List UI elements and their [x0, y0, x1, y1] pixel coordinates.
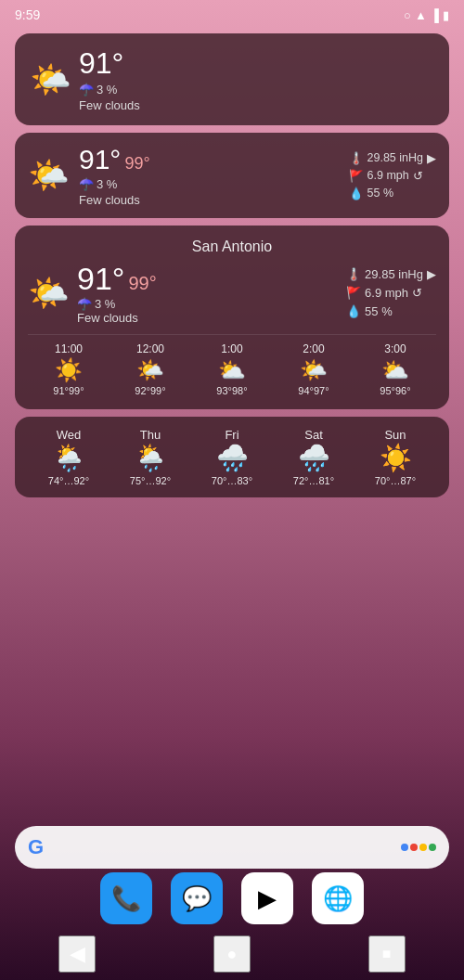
- day-temps-sun: 70°…87°: [375, 475, 416, 486]
- recents-button[interactable]: ■: [368, 935, 406, 973]
- widget3-wind-row: 🚩 6.9 mph ↺: [346, 286, 436, 300]
- battery-icon: ▮: [443, 8, 449, 22]
- widget3-temp-row: 91° 99°: [77, 261, 157, 297]
- hour-time-3: 2:00: [303, 342, 324, 355]
- widget2-pressure-row: 🌡️ 29.85 inHg ▶: [349, 151, 436, 165]
- day-temps-thu: 75°…92°: [130, 475, 171, 486]
- hour-item-1: 12:00 🌤️ 92°99°: [135, 342, 165, 396]
- wind-arrow-icon-3: ↺: [412, 286, 422, 300]
- widget2-wind: 6.9 mph: [367, 169, 409, 182]
- back-icon: ◀: [70, 942, 85, 966]
- google-icon: G: [28, 835, 44, 859]
- widget2-temp-hi: 91°: [79, 144, 121, 175]
- widget2-left: 91° 99° ☂️ 3 % Few clouds: [79, 144, 150, 207]
- drop-icon-2: 💧: [349, 187, 364, 200]
- signal-icon: ▐: [431, 8, 439, 22]
- arrow-right-icon-2: ▶: [427, 151, 436, 165]
- chrome-app-icon[interactable]: 🌐: [312, 872, 364, 924]
- day-temps-wed: 74°…92°: [48, 475, 89, 486]
- hour-time-0: 11:00: [55, 342, 83, 355]
- day-item-thu: Thu 🌦️ 75°…92°: [130, 428, 171, 486]
- sun-cloud-icon-2: 🌤️: [28, 156, 70, 194]
- hour-time-4: 3:00: [384, 342, 406, 355]
- day-name-fri: Fri: [225, 428, 238, 442]
- hour-temps-4: 95°96°: [380, 385, 410, 396]
- widget2-temp-lo: 99°: [124, 154, 149, 174]
- phone-app-icon[interactable]: 📞: [100, 872, 152, 924]
- widget2-condition: Few clouds: [79, 193, 150, 207]
- widget-medium[interactable]: 🌤️ 91° 99° ☂️ 3 % Few clouds 🌡️ 29.85 in…: [15, 133, 449, 218]
- home-button[interactable]: ●: [213, 935, 251, 973]
- nav-bar: ◀ ● ■: [0, 932, 464, 980]
- google-mic-dots: [401, 844, 436, 851]
- widget-large[interactable]: San Antonio 🌤️ 91° 99° ☂️ 3 % Few clouds…: [15, 226, 449, 409]
- messages-icon: 💬: [182, 884, 212, 913]
- day-name-sun: Sun: [384, 428, 406, 442]
- sun-cloud-icon-1: 🌤️: [30, 60, 71, 98]
- day-icon-fri: 🌧️: [216, 445, 249, 471]
- hour-temps-3: 94°97°: [298, 385, 329, 396]
- day-item-sun: Sun ☀️ 70°…87°: [375, 428, 416, 486]
- widget3-condition: Few clouds: [77, 311, 138, 325]
- widget2-wind-row: 🚩 6.9 mph ↺: [349, 169, 436, 183]
- hour-icon-3: 🌤️: [300, 359, 328, 381]
- widget1-details: 91° ☂️ 3 % Few clouds: [79, 46, 140, 112]
- wind-flag-icon-3: 🚩: [346, 286, 361, 300]
- widget3-humidity: 55 %: [365, 304, 393, 318]
- day-temps-sat: 72°…81°: [293, 475, 334, 486]
- widget2-pressure: 29.85 inHg: [367, 151, 423, 164]
- hourly-forecast: 11:00 ☀️ 91°99° 12:00 🌤️ 92°99° 1:00 ⛅ 9…: [28, 334, 436, 396]
- day-icon-wed: 🌦️: [53, 445, 85, 471]
- hour-temps-2: 93°98°: [216, 385, 247, 396]
- messages-app-icon[interactable]: 💬: [171, 872, 223, 924]
- widget3-main-weather: 91° 99° ☂️ 3 % Few clouds: [77, 261, 157, 325]
- widget1-condition: Few clouds: [79, 98, 140, 112]
- widget2-humidity-row: 💧 55 %: [349, 187, 436, 200]
- play-store-icon: ▶: [258, 884, 277, 913]
- daily-forecast-row: Wed 🌦️ 74°…92° Thu 🌦️ 75°…92° Fri 🌧️ 70°…: [28, 428, 436, 486]
- search-bar[interactable]: G: [15, 826, 449, 869]
- wind-flag-icon-2: 🚩: [349, 169, 364, 183]
- recents-icon: ■: [382, 946, 392, 962]
- day-item-wed: Wed 🌦️ 74°…92°: [48, 428, 89, 486]
- widget3-temp-hi: 91°: [77, 261, 124, 297]
- pressure-icon-2: 🌡️: [349, 151, 364, 165]
- app-dock: 📞 💬 ▶ 🌐: [100, 872, 364, 924]
- play-store-app-icon[interactable]: ▶: [241, 872, 293, 924]
- circle-icon: ○: [404, 8, 411, 22]
- hour-icon-4: ⛅: [381, 359, 409, 381]
- widget3-wind: 6.9 mph: [365, 286, 408, 300]
- widget-daily[interactable]: Wed 🌦️ 74°…92° Thu 🌦️ 75°…92° Fri 🌧️ 70°…: [15, 417, 449, 497]
- status-bar: 9:59 ○ ▲ ▐ ▮: [0, 0, 464, 26]
- widget3-precip: ☂️ 3 %: [77, 297, 115, 311]
- widget3-right-details: 🌡️ 29.85 inHg ▶ 🚩 6.9 mph ↺ 💧 55 %: [346, 267, 436, 318]
- umbrella-icon-2: ☂️: [79, 177, 94, 191]
- widget3-city: San Antonio: [28, 239, 436, 255]
- back-button[interactable]: ◀: [58, 935, 96, 973]
- hour-item-3: 2:00 🌤️ 94°97°: [298, 342, 329, 396]
- day-item-sat: Sat 🌧️ 72°…81°: [293, 428, 334, 486]
- widget2-temp-row: 91° 99°: [79, 144, 150, 175]
- umbrella-icon-1: ☂️: [79, 83, 94, 97]
- widget1-precip: ☂️ 3 %: [79, 83, 140, 97]
- widget-small[interactable]: 🌤️ 91° ☂️ 3 % Few clouds: [15, 33, 449, 125]
- sun-cloud-icon-3: 🌤️: [28, 277, 70, 310]
- phone-icon: 📞: [111, 884, 141, 913]
- widget3-top-row: 🌤️ 91° 99° ☂️ 3 % Few clouds 🌡️ 29.85 in…: [28, 261, 436, 325]
- umbrella-icon-3: ☂️: [77, 297, 92, 311]
- widget1-temp: 91°: [79, 46, 140, 81]
- hour-icon-2: ⛅: [218, 359, 246, 381]
- widget3-temp-lo: 99°: [128, 273, 156, 294]
- wifi-icon: ▲: [415, 8, 427, 22]
- home-icon: ●: [227, 945, 238, 964]
- day-name-sat: Sat: [304, 428, 323, 442]
- widget3-humidity-row: 💧 55 %: [346, 304, 436, 318]
- status-icons: ○ ▲ ▐ ▮: [404, 8, 449, 22]
- widget2-icon: 🌤️: [28, 159, 70, 192]
- wind-arrow-icon-2: ↺: [413, 169, 423, 183]
- widget2-right: 🌡️ 29.85 inHg ▶ 🚩 6.9 mph ↺ 💧 55 %: [349, 151, 436, 200]
- day-name-wed: Wed: [57, 428, 82, 442]
- day-name-thu: Thu: [140, 428, 161, 442]
- widget2-precip: ☂️ 3 %: [79, 177, 150, 191]
- day-icon-thu: 🌦️: [135, 445, 167, 471]
